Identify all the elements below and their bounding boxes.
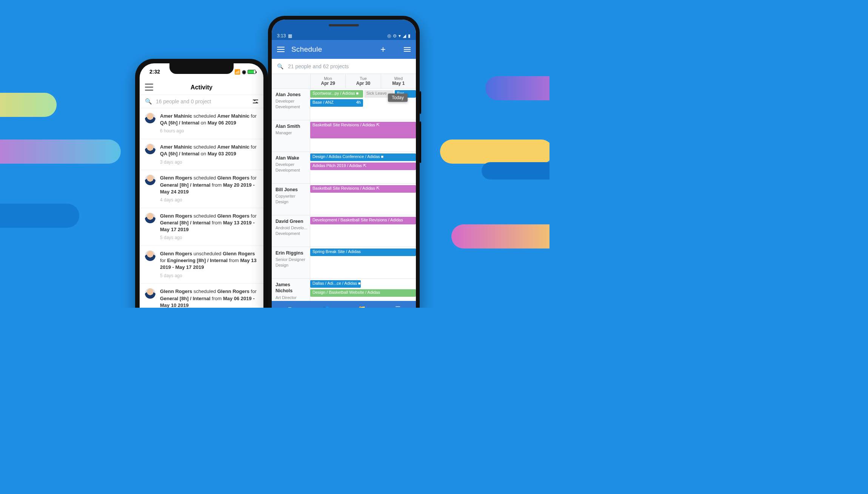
battery-icon: ▮ bbox=[408, 33, 411, 38]
activity-timestamp: 5 days ago bbox=[160, 235, 258, 241]
image-icon: ▦ bbox=[288, 33, 292, 38]
bg-pill bbox=[0, 93, 57, 117]
projects-icon: 📁 bbox=[358, 305, 366, 308]
menu-icon[interactable] bbox=[145, 84, 153, 91]
activity-timestamp: 4 days ago bbox=[160, 197, 258, 203]
task-block[interactable]: Adidas Pitch 2019 / Adidas ⇱ bbox=[310, 163, 416, 170]
today-badge[interactable]: Today bbox=[388, 94, 408, 102]
person-cell[interactable]: Erin RigginsSenior DesignerDesign bbox=[272, 247, 310, 278]
task-block[interactable]: Sportwear...py / Adidas ■ bbox=[310, 90, 363, 98]
task-block[interactable]: Design / Adidas Conference / Adidas ■ bbox=[310, 153, 416, 161]
android-search-bar[interactable]: 🔍 21 people and 62 projects bbox=[272, 59, 416, 74]
person-cell[interactable]: James NicholsArt DirectorCreative bbox=[272, 279, 310, 301]
avatar bbox=[145, 144, 155, 154]
task-lane: Basketball Site Revisions / Adidas ⇱ bbox=[310, 120, 416, 152]
schedule-icon: ≡ bbox=[288, 305, 291, 308]
bg-pill bbox=[451, 224, 549, 249]
bg-pill bbox=[485, 76, 549, 100]
android-app-bar: Schedule + bbox=[272, 40, 416, 59]
battery-icon bbox=[248, 70, 256, 74]
schedule-grid[interactable]: Alan JonesDeveloperDevelopmentSportwear.… bbox=[272, 89, 416, 301]
search-icon: 🔍 bbox=[145, 98, 152, 105]
person-cell[interactable]: David GreenAndroid Develo...Development bbox=[272, 215, 310, 247]
avatar bbox=[145, 288, 155, 299]
android-speaker bbox=[329, 24, 359, 26]
activity-item[interactable]: Glenn Rogers scheduled Glenn Rogers for … bbox=[140, 170, 263, 208]
task-block[interactable]: Basketball Site Revisions / Adidas ⇱ bbox=[310, 122, 416, 138]
ios-search-bar[interactable]: 🔍 16 people and 0 project bbox=[140, 95, 263, 108]
task-block[interactable]: Base / ANZ4h bbox=[310, 99, 363, 107]
bottom-nav: ≡Schedule👥People📁Projects☰Activity bbox=[272, 301, 416, 308]
power-button bbox=[420, 91, 421, 114]
page-title: Activity bbox=[191, 84, 212, 91]
ios-header: Activity bbox=[140, 80, 263, 95]
task-lane: Spring Break Site / Adidas bbox=[310, 247, 416, 278]
filter-icon[interactable] bbox=[253, 99, 258, 104]
avatar bbox=[145, 250, 155, 261]
signal-icon: ◢ bbox=[403, 33, 406, 38]
nav-tab-schedule[interactable]: ≡Schedule bbox=[272, 301, 308, 308]
person-cell[interactable]: Alan WakeDeveloperDevelopment bbox=[272, 152, 310, 183]
task-block[interactable]: Design / Basketball Website / Adidas bbox=[310, 289, 416, 297]
wifi-icon: ▾ bbox=[399, 33, 401, 38]
volume-button bbox=[420, 121, 421, 163]
activity-item[interactable]: Glenn Rogers unscheduled Glenn Rogers fo… bbox=[140, 246, 263, 284]
menu-icon[interactable] bbox=[277, 45, 285, 54]
person-cell[interactable]: Alan SmithManager bbox=[272, 120, 310, 152]
search-icon: 🔍 bbox=[277, 63, 283, 69]
schedule-row: Alan SmithManagerBasketball Site Revisio… bbox=[272, 120, 416, 152]
nav-tab-activity[interactable]: ☰Activity bbox=[380, 301, 416, 308]
activity-text: Glenn Rogers scheduled Glenn Rogers for … bbox=[160, 175, 258, 203]
activity-icon: ☰ bbox=[395, 305, 400, 308]
activity-text: Glenn Rogers scheduled Glenn Rogers for … bbox=[160, 288, 258, 308]
activity-item[interactable]: Glenn Rogers scheduled Glenn Rogers for … bbox=[140, 284, 263, 308]
schedule-row: David GreenAndroid Develo...DevelopmentD… bbox=[272, 215, 416, 247]
filter-icon[interactable] bbox=[404, 47, 411, 52]
schedule-row: Erin RigginsSenior DesignerDesignSpring … bbox=[272, 247, 416, 279]
task-block[interactable]: Spring Break Site / Adidas bbox=[310, 249, 416, 256]
wifi-icon: ◉ bbox=[242, 69, 246, 75]
activity-item[interactable]: Glenn Rogers scheduled Glenn Rogers for … bbox=[140, 208, 263, 246]
schedule-row: Bill JonesCopywriterDesignBasketball Sit… bbox=[272, 184, 416, 215]
activity-text: Amer Mahinic scheduled Amer Mahinic for … bbox=[160, 113, 258, 134]
iphone-notch bbox=[169, 63, 234, 74]
calendar-header: Today MonApr 29TueApr 30WedMay 1 bbox=[272, 74, 416, 89]
task-lane: Basketball Site Revisions / Adidas ⇱ bbox=[310, 184, 416, 215]
activity-item[interactable]: Amer Mahinic scheduled Amer Mahinic for … bbox=[140, 108, 263, 139]
avatar bbox=[145, 113, 155, 123]
ios-clock: 2:32 bbox=[149, 69, 160, 75]
task-block[interactable]: Basketball Site Revisions / Adidas ⇱ bbox=[310, 185, 416, 193]
schedule-row: James NicholsArt DirectorCreativeDallas … bbox=[272, 279, 416, 301]
bg-pill bbox=[482, 162, 549, 179]
day-column[interactable]: TueApr 30 bbox=[345, 74, 380, 88]
nav-tab-people[interactable]: 👥People bbox=[308, 301, 344, 308]
avatar bbox=[145, 175, 155, 185]
android-device: 3:13 ▦ ◎ ⊖ ▾ ◢ ▮ Schedule + 🔍 21 people … bbox=[268, 16, 420, 308]
activity-text: Glenn Rogers unscheduled Glenn Rogers fo… bbox=[160, 250, 258, 279]
activity-text: Amer Mahinic scheduled Amer Mahinic for … bbox=[160, 144, 258, 165]
schedule-row: Alan WakeDeveloperDevelopmentDesign / Ad… bbox=[272, 152, 416, 184]
signal-icon: 📶 bbox=[234, 69, 240, 75]
android-status-bar: 3:13 ▦ ◎ ⊖ ▾ ◢ ▮ bbox=[272, 20, 416, 40]
task-lane: Dallas / Adi...ce / Adidas ■Design / Bas… bbox=[310, 279, 416, 301]
bg-pill bbox=[0, 140, 121, 164]
activity-text: Glenn Rogers scheduled Glenn Rogers for … bbox=[160, 213, 258, 241]
task-lane: Design / Adidas Conference / Adidas ■Adi… bbox=[310, 152, 416, 183]
avatar bbox=[145, 213, 155, 223]
day-column[interactable]: MonApr 29 bbox=[310, 74, 345, 88]
people-icon: 👥 bbox=[322, 305, 329, 308]
add-icon[interactable]: + bbox=[380, 44, 386, 55]
nav-tab-projects[interactable]: 📁Projects bbox=[344, 301, 380, 308]
person-cell[interactable]: Bill JonesCopywriterDesign bbox=[272, 184, 310, 215]
dnd-icon: ⊖ bbox=[393, 33, 397, 38]
activity-item[interactable]: Amer Mahinic scheduled Amer Mahinic for … bbox=[140, 139, 263, 170]
day-column[interactable]: WedMay 1 bbox=[381, 74, 416, 88]
iphone-device: 2:32 📶 ◉ Activity 🔍 16 people and 0 proj… bbox=[135, 59, 268, 308]
bg-pill bbox=[440, 140, 549, 164]
task-block[interactable]: Dallas / Adi...ce / Adidas ■ bbox=[310, 280, 361, 288]
activity-feed[interactable]: Amer Mahinic scheduled Amer Mahinic for … bbox=[140, 108, 263, 308]
person-cell[interactable]: Alan JonesDeveloperDevelopment bbox=[272, 89, 310, 120]
page-title: Schedule bbox=[291, 45, 374, 54]
activity-timestamp: 3 days ago bbox=[160, 159, 258, 166]
task-block[interactable]: Development / Basketball Site Revisions … bbox=[310, 217, 416, 224]
